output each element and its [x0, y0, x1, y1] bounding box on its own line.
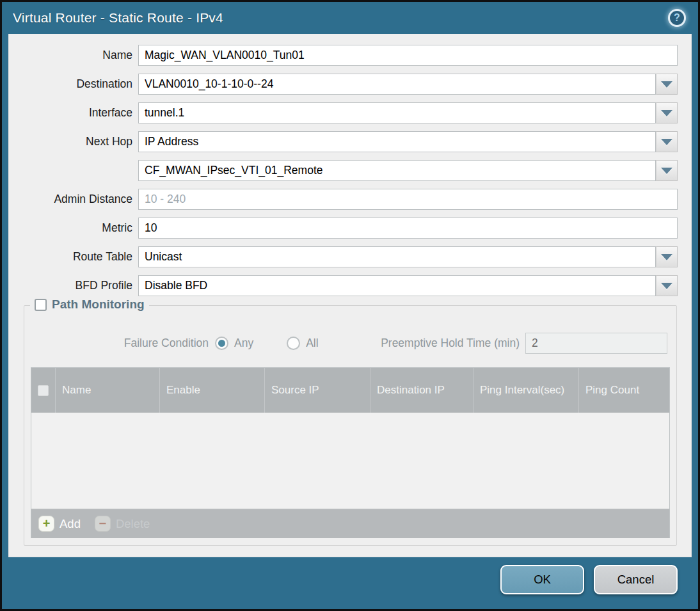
path-monitoring-checkbox[interactable]: [35, 299, 47, 311]
help-icon[interactable]: ?: [668, 9, 686, 27]
dialog-footer: OK Cancel: [500, 565, 678, 594]
metric-input[interactable]: [138, 218, 678, 239]
table-header-ping-count[interactable]: Ping Count: [579, 368, 669, 413]
table-header-row: Name Enable Source IP Destination IP Pin…: [31, 368, 669, 413]
bfd-profile-input[interactable]: [138, 275, 656, 296]
ok-button[interactable]: OK: [500, 565, 584, 594]
chevron-down-icon: [661, 81, 672, 88]
chevron-down-icon: [661, 254, 672, 260]
destination-dropdown-button[interactable]: [656, 74, 678, 95]
bfd-profile-dropdown-button[interactable]: [656, 275, 678, 296]
add-button-label: Add: [60, 517, 81, 531]
failure-condition-label: Failure Condition: [29, 337, 215, 350]
dialog-title: Virtual Router - Static Route - IPv4: [2, 2, 698, 34]
path-monitoring-legend: Path Monitoring: [30, 298, 149, 312]
table-toolbar: + Add − Delete: [31, 509, 669, 538]
failure-condition-all-label: All: [306, 337, 318, 350]
name-row: Name: [9, 45, 691, 66]
delete-button-label: Delete: [116, 517, 150, 531]
admin-distance-row: Admin Distance: [9, 189, 691, 210]
next-hop-row: Next Hop: [9, 131, 691, 152]
table-header-source-ip[interactable]: Source IP: [265, 368, 370, 413]
destination-label: Destination: [9, 77, 138, 91]
name-label: Name: [9, 49, 138, 62]
cancel-button[interactable]: Cancel: [594, 565, 678, 594]
table-header-enable[interactable]: Enable: [160, 368, 265, 413]
preemptive-hold-input[interactable]: [525, 333, 667, 354]
select-all-checkbox[interactable]: [38, 385, 49, 396]
interface-input[interactable]: [138, 102, 656, 123]
path-monitoring-section: Path Monitoring Failure Condition Any Al…: [24, 305, 677, 546]
table-header-destination-ip[interactable]: Destination IP: [370, 368, 473, 413]
bfd-profile-row: BFD Profile: [9, 275, 691, 296]
admin-distance-label: Admin Distance: [9, 193, 138, 206]
metric-row: Metric: [9, 218, 691, 239]
destination-input[interactable]: [138, 74, 656, 95]
table-empty-body: [31, 413, 669, 509]
table-header-ping-interval[interactable]: Ping Interval(sec): [473, 368, 579, 413]
failure-condition-any-radio[interactable]: [215, 337, 228, 350]
chevron-down-icon: [661, 110, 672, 116]
path-monitoring-table: Name Enable Source IP Destination IP Pin…: [31, 367, 670, 538]
destination-row: Destination: [9, 74, 691, 95]
delete-button[interactable]: − Delete: [95, 516, 150, 532]
chevron-down-icon: [661, 168, 672, 174]
next-hop-dropdown-button[interactable]: [656, 131, 678, 152]
interface-label: Interface: [9, 106, 138, 120]
interface-row: Interface: [9, 102, 691, 123]
route-table-label: Route Table: [9, 250, 138, 264]
route-table-dropdown-button[interactable]: [656, 246, 678, 267]
path-monitoring-title: Path Monitoring: [52, 298, 145, 312]
dialog-titlebar: Virtual Router - Static Route - IPv4 ?: [2, 2, 698, 34]
static-route-form: Name Destination Interface: [9, 34, 691, 296]
route-table-row: Route Table: [9, 246, 691, 267]
table-header-select-all[interactable]: [31, 368, 56, 413]
preemptive-hold-label: Preemptive Hold Time (min): [381, 337, 525, 350]
table-header-name[interactable]: Name: [56, 368, 160, 413]
metric-label: Metric: [9, 221, 138, 235]
add-button[interactable]: + Add: [38, 516, 81, 532]
plus-icon: +: [38, 516, 54, 532]
radio-dot: [290, 340, 297, 347]
interface-dropdown-button[interactable]: [656, 102, 678, 123]
failure-condition-row: Failure Condition Any All Preemptive Hol…: [29, 333, 667, 354]
next-hop-address-row: [9, 160, 691, 181]
dialog-body: Name Destination Interface: [8, 34, 692, 557]
bfd-profile-label: BFD Profile: [9, 279, 138, 292]
failure-condition-all-radio[interactable]: [287, 337, 300, 350]
preemptive-hold-group: Preemptive Hold Time (min): [381, 333, 667, 354]
next-hop-label: Next Hop: [9, 135, 138, 148]
route-table-input[interactable]: [138, 246, 656, 267]
name-input[interactable]: [138, 45, 678, 66]
radio-dot: [218, 340, 225, 347]
minus-icon: −: [95, 516, 111, 532]
next-hop-address-input[interactable]: [138, 160, 656, 181]
next-hop-type-input[interactable]: [138, 131, 656, 152]
failure-condition-any-label: Any: [234, 337, 253, 350]
admin-distance-input[interactable]: [138, 189, 678, 210]
next-hop-address-dropdown-button[interactable]: [656, 160, 678, 181]
chevron-down-icon: [661, 139, 672, 145]
static-route-dialog: Virtual Router - Static Route - IPv4 ? N…: [0, 0, 700, 611]
chevron-down-icon: [661, 283, 672, 289]
